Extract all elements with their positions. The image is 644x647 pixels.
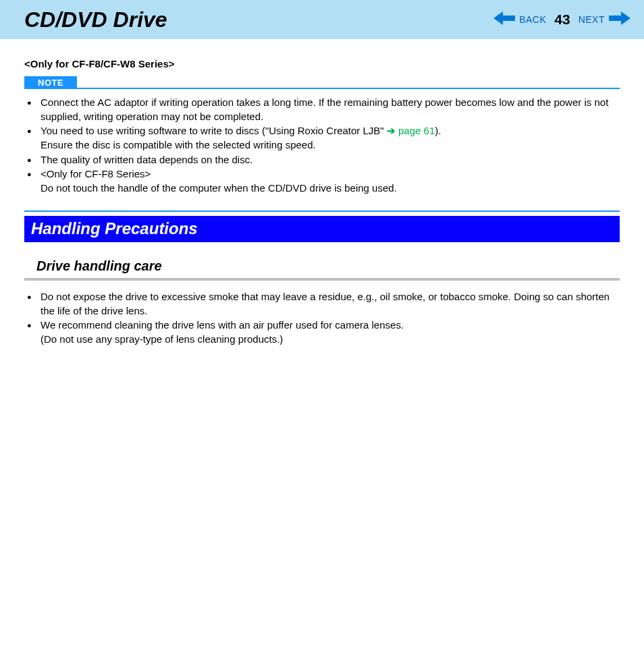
note-text: Connect the AC adaptor if writing operat… [41, 96, 608, 122]
back-arrow-icon[interactable] [493, 11, 515, 28]
care-list: Do not expose the drive to excessive smo… [24, 290, 620, 347]
nav-group: BACK 43 NEXT [493, 11, 630, 28]
note-text: The quality of written data depends on t… [41, 154, 252, 165]
series-subtitle: <Only for CF-F8/CF-W8 Series> [24, 58, 620, 69]
list-item: <Only for CF-F8 Series> Do not touch the… [24, 167, 620, 195]
svg-marker-1 [609, 11, 630, 25]
section-heading: Handling Precautions [24, 216, 620, 242]
grey-rule [24, 278, 620, 281]
note-list: Connect the AC adaptor if writing operat… [24, 96, 620, 196]
care-text: We recommend cleaning the drive lens wit… [41, 319, 404, 331]
page-header: CD/DVD Drive BACK 43 NEXT [0, 0, 644, 39]
note-label: NOTE [24, 76, 77, 89]
list-item: Do not expose the drive to excessive smo… [24, 290, 620, 318]
back-button[interactable]: BACK [519, 14, 546, 25]
note-text: <Only for CF-F8 Series> [41, 168, 151, 179]
right-arrow-icon: ➔ [387, 125, 398, 136]
section-divider [24, 210, 620, 212]
list-item: You need to use writing software to writ… [24, 124, 620, 152]
note-text: ). [435, 125, 441, 136]
svg-marker-0 [493, 11, 515, 25]
note-text: Ensure the disc is compatible with the s… [41, 138, 620, 152]
next-arrow-icon[interactable] [609, 11, 630, 28]
page-title: CD/DVD Drive [24, 7, 493, 32]
next-button[interactable]: NEXT [579, 14, 605, 25]
care-text: Do not expose the drive to excessive smo… [41, 291, 610, 316]
list-item: We recommend cleaning the drive lens wit… [24, 318, 620, 346]
sub-heading: Drive handling care [24, 254, 620, 278]
care-text: (Do not use any spray-type of lens clean… [41, 333, 620, 347]
list-item: Connect the AC adaptor if writing operat… [24, 96, 620, 123]
note-text: You need to use writing software to writ… [41, 125, 387, 136]
content-area: <Only for CF-F8/CF-W8 Series> NOTE Conne… [0, 39, 644, 347]
list-item: The quality of written data depends on t… [24, 153, 620, 167]
note-rule [77, 88, 620, 89]
note-text: Do not touch the handle of the computer … [41, 181, 620, 196]
note-bar: NOTE [24, 76, 620, 89]
page-number: 43 [550, 11, 574, 28]
page-link[interactable]: page 61 [398, 125, 435, 136]
